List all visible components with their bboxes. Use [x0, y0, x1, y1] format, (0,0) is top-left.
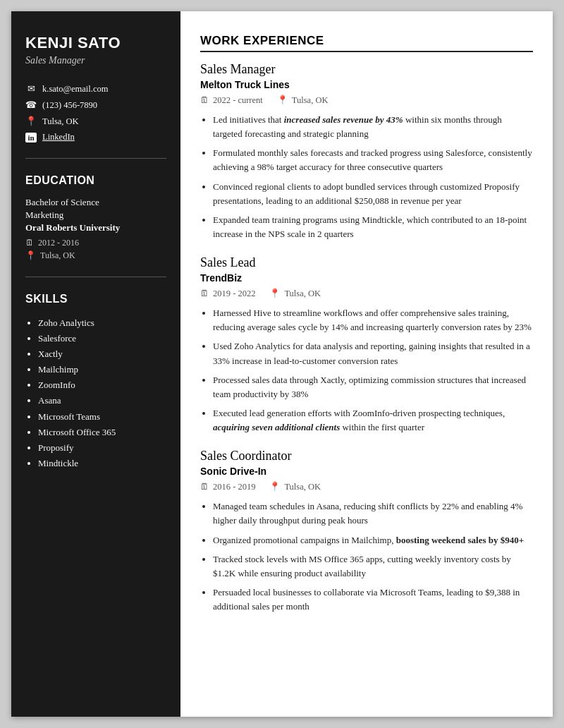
bullet-item: Tracked stock levels with MS Office 365 … — [213, 552, 533, 581]
skill-item: Salesforce — [38, 331, 166, 346]
job-location-3: 📍 Tulsa, OK — [269, 481, 321, 492]
job-company-3: Sonic Drive-In — [200, 466, 533, 477]
skill-item: Asana — [38, 393, 166, 408]
edu-years: 🗓 2012 - 2016 — [25, 238, 166, 248]
skills-section: SKILLS Zoho Analytics Salesforce Xactly … — [25, 293, 166, 471]
skill-item: Xactly — [38, 346, 166, 362]
location-icon: 📍 — [25, 116, 37, 127]
job-years-2: 🗓 2019 - 2022 — [200, 289, 255, 299]
contact-email: ✉ k.sato@email.com — [25, 83, 166, 95]
bullet-item: Used Zoho Analytics for data analysis an… — [213, 339, 533, 368]
candidate-title: Sales Manager — [25, 55, 166, 66]
skill-item: Mailchimp — [38, 362, 166, 377]
work-experience-title: WORK EXPERIENCE — [200, 34, 533, 52]
edu-school: Oral Roberts University — [25, 222, 166, 233]
job-bullets-2: Harnessed Hive to streamline workflows a… — [200, 306, 533, 435]
bullet-item: Processed sales data through Xactly, opt… — [213, 373, 533, 401]
job-company-2: TrendBiz — [200, 272, 533, 284]
skill-item: ZoomInfo — [38, 377, 166, 393]
job-location-2: 📍 Tulsa, OK — [269, 288, 321, 299]
bullet-item: Expanded team training programs using Mi… — [213, 213, 533, 241]
bullet-item: Persuaded local businesses to collaborat… — [213, 586, 533, 614]
edu-degree: Bachelor of Science — [25, 197, 166, 208]
sidebar-divider-2 — [25, 277, 166, 277]
highlight-text-3: boosting weekend sales by $940+ — [396, 535, 525, 545]
sidebar-divider-1 — [25, 158, 166, 159]
education-title: EDUCATION — [25, 174, 166, 187]
job-title-1: Sales Manager — [200, 62, 533, 77]
job-bullets-3: Managed team schedules in Asana, reducin… — [200, 499, 533, 614]
sidebar: KENJI SATO Sales Manager ✉ k.sato@email.… — [11, 11, 180, 717]
calendar-icon-2: 🗓 — [200, 289, 209, 299]
job-location-1: 📍 Tulsa, OK — [277, 95, 329, 106]
job-company-1: Melton Truck Lines — [200, 79, 533, 90]
contact-location: 📍 Tulsa, OK — [25, 116, 166, 127]
calendar-icon: 🗓 — [25, 238, 34, 248]
highlight-text: increased sales revenue by 43% — [284, 114, 403, 125]
contact-phone: ☎ (123) 456-7890 — [25, 99, 166, 111]
job-years-1: 🗓 2022 - current — [200, 95, 263, 106]
candidate-name: KENJI SATO — [25, 34, 166, 52]
bullet-item: Formulated monthly sales forecasts and t… — [213, 146, 533, 174]
skill-item: Microsoft Teams — [38, 409, 166, 425]
job-meta-2: 🗓 2019 - 2022 📍 Tulsa, OK — [200, 288, 533, 299]
main-content: WORK EXPERIENCE Sales Manager Melton Tru… — [180, 11, 553, 717]
job-sales-lead: Sales Lead TrendBiz 🗓 2019 - 2022 📍 Tuls… — [200, 255, 533, 435]
location-icon-2: 📍 — [269, 288, 281, 299]
highlight-text-2: acquiring seven additional clients — [213, 422, 340, 432]
job-meta-3: 🗓 2016 - 2019 📍 Tulsa, OK — [200, 481, 533, 492]
calendar-icon-3: 🗓 — [200, 482, 209, 492]
bullet-item: Managed team schedules in Asana, reducin… — [213, 499, 533, 528]
resume-container: KENJI SATO Sales Manager ✉ k.sato@email.… — [11, 11, 553, 717]
bullet-item: Harnessed Hive to streamline workflows a… — [213, 306, 533, 334]
contact-linkedin[interactable]: in LinkedIn — [25, 132, 166, 142]
skill-item: Proposify — [38, 440, 166, 456]
job-title-3: Sales Coordinator — [200, 449, 533, 463]
skills-list: Zoho Analytics Salesforce Xactly Mailchi… — [25, 315, 166, 471]
calendar-icon-1: 🗓 — [200, 95, 209, 106]
contact-section: ✉ k.sato@email.com ☎ (123) 456-7890 📍 Tu… — [25, 83, 166, 142]
skill-item: Zoho Analytics — [38, 315, 166, 331]
bullet-item: Led initiatives that increased sales rev… — [213, 113, 533, 141]
location-icon-3: 📍 — [269, 481, 281, 492]
phone-icon: ☎ — [25, 99, 37, 111]
location-icon-1: 📍 — [277, 95, 288, 106]
skill-item: Microsoft Office 365 — [38, 425, 166, 440]
linkedin-icon: in — [25, 133, 37, 142]
job-sales-coordinator: Sales Coordinator Sonic Drive-In 🗓 2016 … — [200, 449, 533, 614]
job-bullets-1: Led initiatives that increased sales rev… — [200, 113, 533, 241]
bullet-item: Organized promotional campaigns in Mailc… — [213, 533, 533, 547]
job-title-2: Sales Lead — [200, 255, 533, 270]
job-meta-1: 🗓 2022 - current 📍 Tulsa, OK — [200, 95, 533, 106]
skills-title: SKILLS — [25, 293, 166, 305]
edu-field: Marketing — [25, 210, 166, 221]
skill-item: Mindtickle — [38, 456, 166, 471]
bullet-item: Convinced regional clients to adopt bund… — [213, 180, 533, 208]
job-sales-manager: Sales Manager Melton Truck Lines 🗓 2022 … — [200, 62, 533, 241]
location-icon-edu: 📍 — [25, 250, 36, 261]
bullet-item: Executed lead generation efforts with Zo… — [213, 406, 533, 435]
job-years-3: 🗓 2016 - 2019 — [200, 482, 255, 492]
education-section: EDUCATION Bachelor of Science Marketing … — [25, 174, 166, 261]
email-icon: ✉ — [25, 83, 37, 95]
edu-location: 📍 Tulsa, OK — [25, 250, 166, 261]
